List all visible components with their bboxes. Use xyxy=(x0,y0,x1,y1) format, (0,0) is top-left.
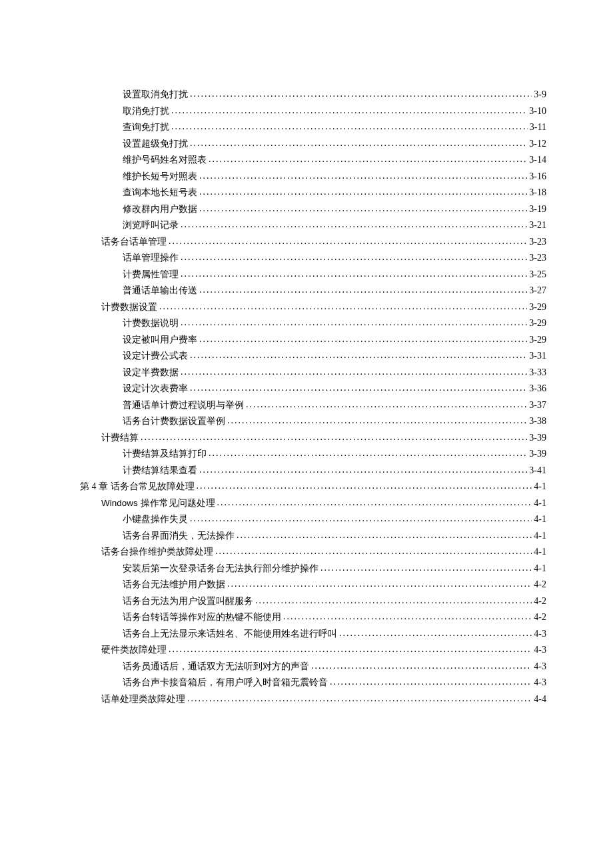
toc-page-number: 4-3 xyxy=(534,626,546,643)
toc-title: 维护号码姓名对照表 xyxy=(123,152,207,169)
toc-leader xyxy=(190,87,532,97)
toc-entry[interactable]: 设定被叫用户费率 3-29 xyxy=(80,332,546,349)
toc-page-number: 4-3 xyxy=(534,642,546,659)
toc-page-number: 4-2 xyxy=(534,609,546,626)
toc-title: 安装后第一次登录话务台无法执行部分维护操作 xyxy=(123,561,318,577)
toc-page-number: 3-9 xyxy=(534,87,546,103)
toc-entry[interactable]: 话务台上无法显示来话姓名、不能使用姓名进行呼叫 4-3 xyxy=(80,626,546,643)
toc-page-number: 3-37 xyxy=(529,397,546,414)
toc-page-number: 4-2 xyxy=(534,577,546,593)
toc-entry[interactable]: 计费结算及结算打印 3-39 xyxy=(80,446,546,463)
toc-entry[interactable]: 普通话单计费过程说明与举例 3-37 xyxy=(80,397,546,414)
toc-page-number: 4-1 xyxy=(534,511,546,528)
toc-leader xyxy=(255,593,532,604)
toc-entry[interactable]: 维护长短号对照表 3-16 xyxy=(80,169,546,185)
toc-title: 设置取消免打扰 xyxy=(123,87,188,103)
toc-entry[interactable]: 话单处理类故障处理 4-4 xyxy=(80,691,546,708)
toc-entry[interactable]: 话务员通话后，通话双方无法听到对方的声音 4-3 xyxy=(80,659,546,675)
toc-entry[interactable]: 第 4 章 话务台常见故障处理 4-1 xyxy=(80,479,546,495)
toc-page-number: 3-25 xyxy=(529,267,546,283)
toc-leader xyxy=(159,299,527,310)
toc-entry[interactable]: 话务台转话等操作对应的热键不能使用 4-2 xyxy=(80,609,546,626)
toc-title: 设定半费数据 xyxy=(123,365,179,381)
toc-leader xyxy=(190,136,527,147)
toc-leader xyxy=(209,446,527,457)
toc-page-number: 4-1 xyxy=(534,561,546,577)
toc-title: 话务台计费数据设置举例 xyxy=(123,413,225,430)
toc-title: 话单管理操作 xyxy=(123,250,179,267)
toc-page-number: 3-27 xyxy=(529,283,546,299)
toc-entry[interactable]: 修改群内用户数据 3-19 xyxy=(80,201,546,218)
toc-title: 取消免打扰 xyxy=(123,103,169,120)
toc-entry[interactable]: 小键盘操作失灵 4-1 xyxy=(80,511,546,528)
toc-leader xyxy=(169,234,527,245)
toc-entry[interactable]: 话务台界面消失，无法操作 4-1 xyxy=(80,528,546,545)
toc-leader xyxy=(199,201,527,212)
toc-leader xyxy=(227,577,532,587)
toc-entry[interactable]: 计费数据设置 3-29 xyxy=(80,299,546,316)
toc-page-number: 3-29 xyxy=(529,299,546,316)
toc-title: 话务员通话后，通话双方无法听到对方的声音 xyxy=(123,659,309,675)
toc-entry[interactable]: 设置超级免打扰 3-12 xyxy=(80,136,546,153)
toc-title: 设定计费公式表 xyxy=(123,348,188,365)
toc-entry[interactable]: 话务台声卡接音箱后，有用户呼入时音箱无震铃音 4-3 xyxy=(80,675,546,691)
toc-page-number: 3-21 xyxy=(529,217,546,234)
toc-entry[interactable]: 话务台操作维护类故障处理 4-1 xyxy=(80,544,546,561)
toc-title: 小键盘操作失灵 xyxy=(123,511,188,528)
toc-leader xyxy=(181,267,527,277)
toc-entry[interactable]: 话务台话单管理 3-23 xyxy=(80,234,546,251)
toc-leader xyxy=(199,332,527,343)
toc-entry[interactable]: 话单管理操作 3-23 xyxy=(80,250,546,267)
toc-page-number: 4-1 xyxy=(534,479,546,495)
toc-title: 设定被叫用户费率 xyxy=(123,332,197,349)
toc-entry[interactable]: 计费结算结果查看 3-41 xyxy=(80,463,546,479)
toc-leader xyxy=(330,675,532,685)
toc-entry[interactable]: 安装后第一次登录话务台无法执行部分维护操作 4-1 xyxy=(80,561,546,577)
toc-page-number: 4-2 xyxy=(534,593,546,610)
toc-title: Windows 操作常见问题处理 xyxy=(101,495,215,512)
toc-entry[interactable]: 普通话单输出传送 3-27 xyxy=(80,283,546,299)
toc-leader xyxy=(181,250,527,261)
toc-entry[interactable]: 查询免打扰 3-11 xyxy=(80,119,546,136)
toc-leader xyxy=(181,315,527,326)
toc-entry[interactable]: 设置取消免打扰 3-9 xyxy=(80,87,546,103)
toc-title: 话务台声卡接音箱后，有用户呼入时音箱无震铃音 xyxy=(123,675,328,691)
toc-page-number: 3-31 xyxy=(529,348,546,365)
toc-page-number: 4-1 xyxy=(534,528,546,545)
toc-leader xyxy=(169,642,532,653)
toc-title: 计费数据说明 xyxy=(123,315,179,332)
toc-page-number: 3-39 xyxy=(529,446,546,463)
toc-entry[interactable]: 设定半费数据 3-33 xyxy=(80,365,546,381)
toc-entry[interactable]: Windows 操作常见问题处理 4-1 xyxy=(80,495,546,512)
toc-title: 计费结算结果查看 xyxy=(123,463,197,479)
toc-leader xyxy=(181,365,527,375)
toc-leader xyxy=(199,185,527,195)
toc-entry[interactable]: 话务台无法维护用户数据 4-2 xyxy=(80,577,546,593)
toc-entry[interactable]: 计费属性管理 3-25 xyxy=(80,267,546,283)
toc-leader xyxy=(227,413,527,424)
toc-entry[interactable]: 计费数据说明 3-29 xyxy=(80,315,546,332)
toc-page-number: 4-3 xyxy=(534,659,546,675)
toc-entry[interactable]: 取消免打扰 3-10 xyxy=(80,103,546,120)
toc-leader xyxy=(199,283,527,293)
toc-entry[interactable]: 设定计次表费率 3-36 xyxy=(80,381,546,397)
toc-title: 话单处理类故障处理 xyxy=(101,691,185,708)
toc-entry[interactable]: 计费结算 3-39 xyxy=(80,430,546,447)
toc-title: 话务台界面消失，无法操作 xyxy=(123,528,235,545)
toc-entry[interactable]: 话务台无法为用户设置叫醒服务 4-2 xyxy=(80,593,546,610)
toc-entry[interactable]: 话务台计费数据设置举例 3-38 xyxy=(80,413,546,430)
toc-entry[interactable]: 维护号码姓名对照表 3-14 xyxy=(80,152,546,169)
toc-page-number: 3-23 xyxy=(529,234,546,251)
toc-entry[interactable]: 硬件类故障处理 4-3 xyxy=(80,642,546,659)
toc-page-number: 3-36 xyxy=(529,381,546,397)
toc-title: 计费数据设置 xyxy=(101,299,157,316)
toc-title: 第 4 章 话务台常见故障处理 xyxy=(80,479,195,495)
toc-leader xyxy=(283,609,532,620)
toc-entry[interactable]: 浏览呼叫记录 3-21 xyxy=(80,217,546,234)
toc-title: 普通话单计费过程说明与举例 xyxy=(123,397,244,414)
toc-page-number: 3-33 xyxy=(529,365,546,381)
toc-entry[interactable]: 设定计费公式表 3-31 xyxy=(80,348,546,365)
toc-entry[interactable]: 查询本地长短号表 3-18 xyxy=(80,185,546,201)
toc-page-number: 3-29 xyxy=(529,332,546,349)
toc-leader xyxy=(171,119,528,130)
